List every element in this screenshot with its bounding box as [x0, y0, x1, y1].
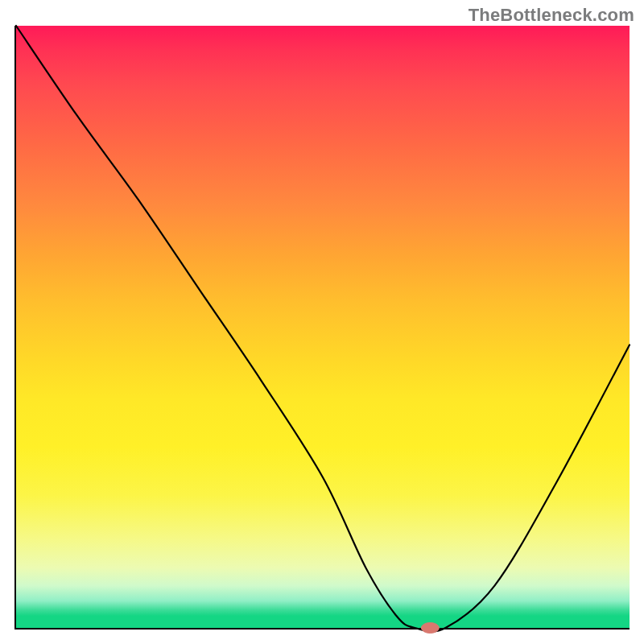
- curve-layer: [16, 26, 630, 628]
- watermark-text: TheBottleneck.com: [469, 5, 634, 26]
- optimum-marker: [421, 623, 439, 634]
- bottleneck-curve: [16, 26, 630, 631]
- plot-area: [14, 26, 630, 630]
- chart-frame: TheBottleneck.com: [0, 0, 644, 644]
